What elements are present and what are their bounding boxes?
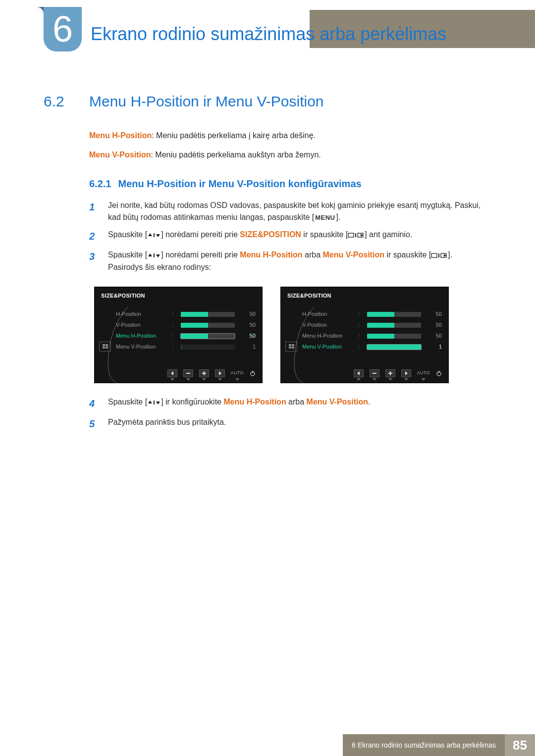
step-num-4: 4 — [89, 396, 99, 411]
section-heading: 6.2Menu H-Position ir Menu V-Position — [44, 93, 324, 110]
section-number: 6.2 — [44, 93, 89, 110]
svg-marker-13 — [444, 254, 446, 257]
osd-footer: AUTO — [280, 363, 449, 383]
step-2: 2 Spauskite [] norėdami pereiti prie SIZ… — [89, 229, 486, 244]
subsection-heading: 6.2.1 Menu H-Position ir Menu V-Position… — [89, 176, 486, 192]
svg-marker-25 — [405, 371, 408, 375]
osd-title: SIZE&POSITION — [94, 287, 263, 305]
osd-footer: AUTO — [94, 363, 263, 383]
osd-plus-icon — [199, 369, 209, 377]
intro-h-text: : Meniu padėtis perkeliama į kairę arba … — [152, 131, 316, 140]
slider-bar — [181, 345, 235, 350]
osd-auto-label: AUTO — [231, 370, 244, 377]
badge-corner — [37, 7, 44, 14]
subsection-number: 6.2.1 — [89, 176, 111, 192]
slider-bar — [181, 334, 235, 339]
intro-v-label: Menu V-Position — [89, 151, 151, 159]
chapter-title: Ekrano rodinio sumažinimas arba perkėlim… — [91, 24, 446, 45]
steps-list: 1 Jei norite, kad būtų rodomas OSD vadov… — [89, 200, 486, 274]
slider-bar — [367, 334, 421, 339]
osd-title: SIZE&POSITION — [280, 287, 449, 305]
step-1: 1 Jei norite, kad būtų rodomas OSD vadov… — [89, 200, 486, 224]
svg-rect-1 — [154, 233, 155, 237]
osd-row: SIZE&POSITION H-Position: 50 V-Position:… — [94, 287, 486, 383]
chapter-badge: 6 — [44, 7, 82, 51]
osd-back-icon — [354, 369, 364, 377]
svg-rect-11 — [438, 253, 439, 257]
osd-row-menuv-active: Menu V-Position: 1 — [302, 342, 442, 353]
step-num-3: 3 — [89, 249, 99, 274]
osd-row-menuh-active: Menu H-Position: 50 — [116, 331, 256, 342]
svg-marker-6 — [361, 234, 363, 237]
chapter-number: 6 — [53, 11, 73, 48]
svg-rect-24 — [388, 373, 392, 374]
osd-row-menuh: Menu H-Position: 50 — [302, 331, 442, 342]
intro-h-label: Menu H-Position — [89, 131, 152, 140]
svg-rect-20 — [252, 371, 253, 373]
osd-row-hpos: H-Position: 50 — [116, 309, 256, 320]
osd-plus-icon — [385, 369, 395, 377]
osd-minus-icon — [183, 369, 193, 377]
svg-marker-21 — [357, 371, 360, 375]
up-down-icon — [147, 252, 161, 258]
page-footer: 6 Ekrano rodinio sumažinimas arba perkėl… — [0, 734, 535, 756]
svg-marker-14 — [171, 371, 173, 375]
osd-auto-label: AUTO — [417, 370, 430, 377]
osd-row-menuv: Menu V-Position: 1 — [116, 342, 256, 353]
osd-row-vpos: V-Position: 50 — [116, 320, 256, 331]
step-5: 5 Pažymėta parinktis bus pritaikyta. — [89, 416, 486, 432]
svg-rect-3 — [348, 233, 354, 237]
step-num-1: 1 — [89, 200, 99, 224]
svg-rect-8 — [154, 253, 155, 257]
enter-pair-icon — [348, 232, 365, 239]
step-num-2: 2 — [89, 229, 99, 244]
steps-list-cont: 4 Spauskite [] ir konfigūruokite Menu H-… — [89, 396, 486, 432]
svg-marker-9 — [156, 254, 160, 257]
svg-rect-22 — [373, 373, 376, 374]
power-icon — [250, 370, 256, 376]
intro-v-text: : Meniu padėtis perkeliama aukštyn arba … — [151, 151, 321, 159]
enter-pair-icon — [431, 252, 448, 259]
grid-icon — [285, 342, 297, 352]
osd-row-hpos: H-Position: 50 — [302, 309, 442, 320]
svg-rect-29 — [154, 401, 155, 404]
step-4-text: Spauskite [] ir konfigūruokite Menu H-Po… — [108, 396, 486, 411]
osd-enter-icon — [215, 369, 225, 377]
grid-icon — [99, 342, 111, 352]
section-title: Menu H-Position ir Menu V-Position — [89, 93, 324, 109]
svg-marker-18 — [219, 371, 221, 375]
svg-marker-7 — [148, 253, 152, 256]
step-5-text: Pažymėta parinktis bus pritaikyta. — [108, 416, 486, 432]
slider-bar — [181, 323, 235, 328]
osd-row-vpos: V-Position: 50 — [302, 320, 442, 331]
osd-enter-icon — [401, 369, 411, 377]
svg-rect-15 — [186, 373, 190, 374]
slider-bar — [367, 323, 421, 328]
svg-marker-2 — [156, 234, 160, 237]
step-num-5: 5 — [89, 416, 99, 432]
page: 6 Ekrano rodinio sumažinimas arba perkėl… — [0, 0, 535, 756]
svg-marker-30 — [156, 402, 160, 404]
body-content: Menu H-Position: Meniu padėtis perkeliam… — [89, 123, 486, 437]
step-3: 3 Spauskite [] norėdami pereiti prie Men… — [89, 249, 486, 274]
intro-h-line: Menu H-Position: Meniu padėtis perkeliam… — [89, 130, 486, 142]
svg-rect-4 — [355, 233, 356, 237]
power-icon — [436, 370, 442, 376]
intro-v-line: Menu V-Position: Meniu padėtis perkeliam… — [89, 149, 486, 161]
svg-rect-17 — [202, 373, 206, 374]
svg-rect-27 — [438, 371, 439, 373]
menu-label: MENU — [314, 213, 336, 222]
step-4: 4 Spauskite [] ir konfigūruokite Menu H-… — [89, 396, 486, 411]
subsection-title: Menu H-Position ir Menu V-Position konfi… — [118, 176, 361, 192]
svg-rect-10 — [431, 253, 437, 257]
osd-left: SIZE&POSITION H-Position: 50 V-Position:… — [94, 287, 263, 383]
page-number: 85 — [505, 734, 535, 756]
step-2-text: Spauskite [] norėdami pereiti prie SIZE&… — [108, 229, 486, 244]
up-down-icon — [147, 232, 161, 238]
svg-marker-28 — [148, 401, 152, 403]
osd-minus-icon — [370, 369, 379, 377]
slider-bar — [181, 312, 235, 317]
footer-text: 6 Ekrano rodinio sumažinimas arba perkėl… — [343, 734, 505, 756]
svg-marker-0 — [148, 233, 152, 236]
osd-back-icon — [167, 369, 177, 377]
